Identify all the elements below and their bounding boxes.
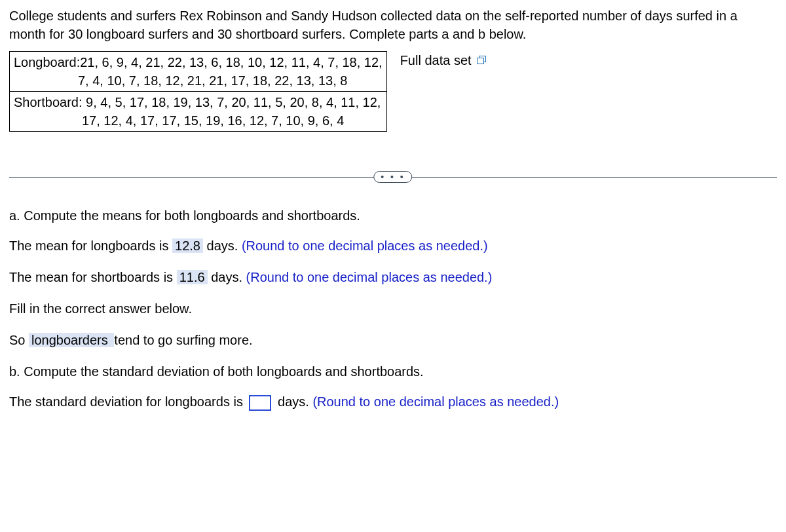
fill-prompt: Fill in the correct answer below. xyxy=(9,299,777,318)
text: days. xyxy=(274,394,312,409)
shortboard-line1: Shortboard: 9, 4, 5, 17, 18, 19, 13, 7, … xyxy=(14,95,381,109)
longboard-mean-line: The mean for longboards is 12.8 days. (R… xyxy=(9,237,777,255)
full-data-set-link[interactable]: Full data set xyxy=(400,51,487,69)
text: days. xyxy=(208,270,246,284)
round-note: (Round to one decimal places as needed.) xyxy=(242,238,488,253)
shortboard-cell: Shortboard: 9, 4, 5, 17, 18, 19, 13, 7, … xyxy=(10,92,387,132)
so-dropdown[interactable]: longboarders xyxy=(29,333,114,347)
popup-icon xyxy=(477,56,487,65)
longboard-cell: Longboard:21, 6, 9, 4, 21, 22, 13, 6, 18… xyxy=(10,52,387,92)
round-note: (Round to one decimal places as needed.) xyxy=(246,270,493,284)
expand-pill[interactable]: • • • xyxy=(373,171,412,183)
longboard-sd-input[interactable] xyxy=(249,395,271,411)
text: So xyxy=(9,333,29,347)
text: The mean for longboards is xyxy=(9,238,172,253)
problem-intro: College students and surfers Rex Robinso… xyxy=(9,7,777,43)
part-a-prompt: a. Compute the means for both longboards… xyxy=(9,206,777,225)
longboard-mean-value[interactable]: 12.8 xyxy=(172,238,203,253)
text: days. xyxy=(203,238,242,253)
shortboard-line2: 17, 12, 4, 17, 17, 15, 19, 16, 12, 7, 10… xyxy=(14,111,383,130)
shortboard-mean-value[interactable]: 11.6 xyxy=(177,270,208,284)
shortboard-mean-line: The mean for shortboards is 11.6 days. (… xyxy=(9,268,777,286)
text: The standard deviation for longboards is xyxy=(9,394,246,409)
full-data-label: Full data set xyxy=(400,51,472,69)
longboard-sd-line: The standard deviation for longboards is… xyxy=(9,392,777,411)
so-line: So longboarders tend to go surfing more. xyxy=(9,331,777,349)
longboard-line2: 7, 4, 10, 7, 18, 12, 21, 21, 17, 18, 22,… xyxy=(14,71,383,90)
text: tend to go surfing more. xyxy=(114,333,252,347)
text: The mean for shortboards is xyxy=(9,270,177,284)
section-divider: • • • xyxy=(9,171,777,183)
round-note: (Round to one decimal places as needed.) xyxy=(312,394,559,409)
data-table: Longboard:21, 6, 9, 4, 21, 22, 13, 6, 18… xyxy=(9,51,387,132)
part-b-prompt: b. Compute the standard deviation of bot… xyxy=(9,362,777,381)
longboard-line1: Longboard:21, 6, 9, 4, 21, 22, 13, 6, 18… xyxy=(14,55,383,69)
